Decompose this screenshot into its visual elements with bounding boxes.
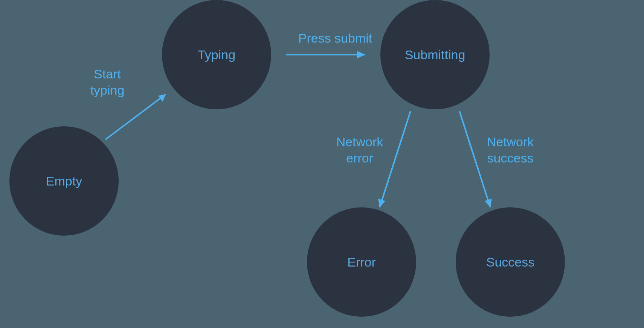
transition-label-press-submit: Press submit bbox=[292, 30, 378, 46]
arrow-start-typing bbox=[105, 94, 166, 139]
svg-marker-3 bbox=[357, 51, 365, 58]
state-label: Submitting bbox=[405, 48, 465, 62]
svg-marker-1 bbox=[158, 94, 166, 102]
state-submitting: Submitting bbox=[380, 0, 490, 109]
state-label: Success bbox=[486, 255, 535, 270]
state-label: Error bbox=[347, 255, 376, 270]
svg-line-0 bbox=[105, 94, 166, 139]
state-typing: Typing bbox=[162, 0, 271, 109]
arrow-press-submit bbox=[286, 51, 365, 58]
transition-label-network-success: Network success bbox=[478, 134, 542, 166]
state-label: Typing bbox=[198, 48, 235, 62]
state-error: Error bbox=[307, 207, 416, 317]
svg-marker-7 bbox=[485, 199, 492, 207]
state-success: Success bbox=[456, 207, 565, 317]
transition-label-network-error: Network error bbox=[328, 134, 392, 166]
state-label: Empty bbox=[46, 174, 82, 189]
svg-marker-5 bbox=[378, 199, 385, 207]
transition-label-start-typing: Start typing bbox=[79, 66, 136, 98]
state-empty: Empty bbox=[9, 126, 119, 236]
